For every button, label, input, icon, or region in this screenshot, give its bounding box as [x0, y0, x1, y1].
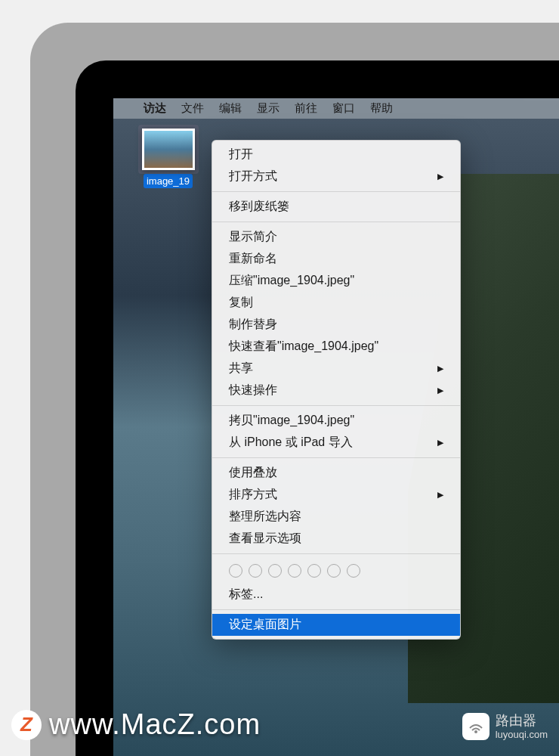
- context-menu-item[interactable]: 显示简介: [212, 226, 460, 248]
- menu-item-label: 打开方式: [229, 169, 277, 184]
- desktop-file-icon[interactable]: image_19: [136, 129, 200, 191]
- submenu-arrow-icon: ▶: [437, 386, 443, 395]
- menu-item-label: 拷贝"image_1904.jpeg": [229, 413, 354, 429]
- menu-item-label: 标签...: [229, 587, 263, 603]
- menubar-help[interactable]: 帮助: [370, 101, 393, 116]
- context-menu-item[interactable]: 重新命名: [212, 248, 460, 270]
- menu-item-label: 整理所选内容: [229, 509, 301, 525]
- router-title: 路由器: [496, 713, 548, 730]
- menu-item-label: 复制: [229, 295, 253, 311]
- router-logo-icon: [462, 713, 490, 740]
- tags-row: [212, 558, 460, 584]
- menu-divider: [212, 457, 460, 458]
- menubar-go[interactable]: 前往: [295, 101, 317, 116]
- submenu-arrow-icon: ▶: [437, 364, 443, 373]
- menu-divider: [212, 222, 460, 222]
- menubar-app-name[interactable]: 访达: [144, 101, 166, 116]
- menu-item-label: 快速查看"image_1904.jpeg": [229, 339, 378, 355]
- menubar-view[interactable]: 显示: [257, 101, 280, 116]
- context-menu-item[interactable]: 查看显示选项: [212, 528, 460, 550]
- menu-divider: [212, 553, 460, 554]
- context-menu-set-desktop[interactable]: 设定桌面图片: [212, 614, 460, 636]
- tag-color-circle[interactable]: [327, 564, 341, 578]
- menu-item-label: 共享: [229, 361, 253, 376]
- context-menu-item[interactable]: 压缩"image_1904.jpeg": [212, 270, 460, 292]
- tag-color-circle[interactable]: [249, 564, 262, 578]
- menubar-edit[interactable]: 编辑: [219, 101, 242, 116]
- context-menu-item[interactable]: 拷贝"image_1904.jpeg": [212, 410, 460, 432]
- menu-item-label: 从 iPhone 或 iPad 导入: [229, 435, 353, 451]
- menubar: 访达 文件 编辑 显示 前往 窗口 帮助: [113, 98, 559, 119]
- context-menu-item[interactable]: 制作替身: [212, 314, 460, 336]
- watermark-left: Z www.MacZ.com: [11, 708, 261, 741]
- menu-item-label: 打开: [229, 147, 253, 163]
- screen: 访达 文件 编辑 显示 前往 窗口 帮助 image_19 打开打开方式▶移到废…: [113, 98, 559, 756]
- menu-item-label: 制作替身: [229, 317, 277, 333]
- file-thumbnail: [142, 129, 195, 170]
- context-menu: 打开打开方式▶移到废纸篓显示简介重新命名压缩"image_1904.jpeg"复…: [212, 140, 461, 640]
- context-menu-item[interactable]: 使用叠放: [212, 462, 460, 484]
- tag-color-circle[interactable]: [229, 564, 242, 578]
- watermark-url: www.MacZ.com: [49, 708, 261, 741]
- menu-divider: [212, 191, 460, 192]
- laptop-bezel-outer: 访达 文件 编辑 显示 前往 窗口 帮助 image_19 打开打开方式▶移到废…: [30, 23, 559, 756]
- context-menu-item[interactable]: 整理所选内容: [212, 506, 460, 528]
- context-menu-item[interactable]: 快速查看"image_1904.jpeg": [212, 336, 460, 358]
- menu-item-label: 查看显示选项: [229, 531, 301, 547]
- tag-color-circle[interactable]: [268, 564, 282, 578]
- menu-item-label: 设定桌面图片: [229, 617, 301, 633]
- context-menu-item[interactable]: 打开: [212, 144, 460, 166]
- laptop-bezel-inner: 访达 文件 编辑 显示 前往 窗口 帮助 image_19 打开打开方式▶移到废…: [76, 60, 559, 756]
- menu-item-label: 重新命名: [229, 251, 277, 267]
- context-menu-tags[interactable]: 标签...: [212, 584, 460, 606]
- tag-color-circle[interactable]: [347, 564, 360, 578]
- watermark-right: 路由器 luyouqi.com: [462, 713, 548, 741]
- menu-divider: [212, 405, 460, 406]
- menu-item-label: 显示简介: [229, 229, 277, 245]
- context-menu-item[interactable]: 打开方式▶: [212, 166, 460, 187]
- file-label: image_19: [144, 174, 193, 188]
- tag-color-circle[interactable]: [288, 564, 301, 578]
- menu-divider: [212, 609, 460, 610]
- submenu-arrow-icon: ▶: [437, 438, 443, 448]
- menu-item-label: 排序方式: [229, 487, 277, 503]
- submenu-arrow-icon: ▶: [437, 172, 443, 181]
- macz-logo-icon: Z: [11, 710, 42, 740]
- context-menu-item[interactable]: 快速操作▶: [212, 380, 460, 401]
- menubar-window[interactable]: 窗口: [332, 101, 355, 116]
- context-menu-item[interactable]: 复制: [212, 292, 460, 314]
- context-menu-item[interactable]: 从 iPhone 或 iPad 导入▶: [212, 432, 460, 454]
- menu-item-label: 快速操作: [229, 383, 277, 398]
- context-menu-item[interactable]: 共享▶: [212, 358, 460, 380]
- menubar-file[interactable]: 文件: [181, 101, 204, 116]
- menu-item-label: 使用叠放: [229, 465, 277, 481]
- submenu-arrow-icon: ▶: [437, 490, 443, 500]
- tag-color-circle[interactable]: [307, 564, 321, 578]
- menu-item-label: 移到废纸篓: [229, 199, 289, 215]
- svg-point-0: [474, 730, 477, 733]
- context-menu-item[interactable]: 移到废纸篓: [212, 196, 460, 218]
- router-subtitle: luyouqi.com: [496, 729, 548, 741]
- context-menu-item[interactable]: 排序方式▶: [212, 484, 460, 506]
- menu-item-label: 压缩"image_1904.jpeg": [229, 273, 354, 289]
